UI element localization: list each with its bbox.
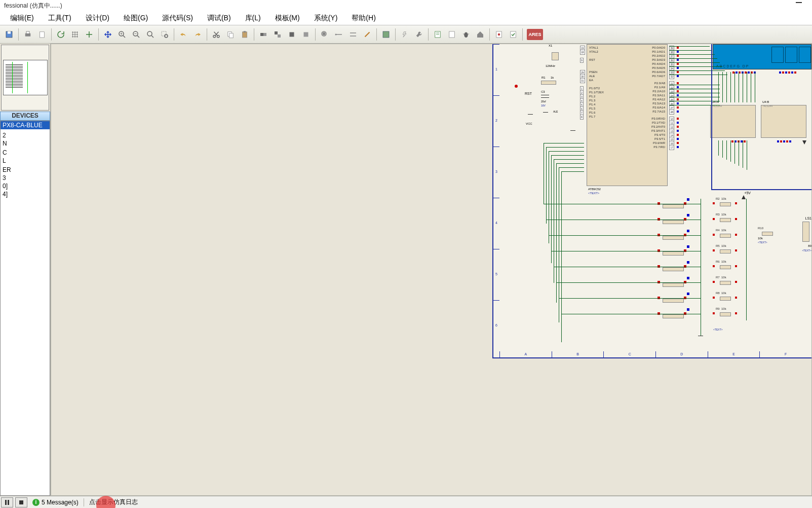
svg-rect-41	[383, 31, 389, 38]
sim-pause-button[interactable]	[1, 497, 13, 507]
print-icon[interactable]	[21, 28, 34, 41]
pad-strip	[777, 140, 791, 142]
menu-source[interactable]: 源代码(S)	[155, 12, 200, 25]
svg-rect-51	[511, 31, 516, 38]
component-ls1[interactable]: LS1	[805, 216, 811, 220]
origin-icon[interactable]	[83, 28, 96, 41]
save-icon[interactable]	[3, 28, 16, 41]
component-crystal[interactable]: X1 12MHz	[549, 48, 561, 63]
refresh-icon[interactable]	[54, 28, 67, 41]
undo-icon[interactable]	[177, 28, 190, 41]
report-icon[interactable]	[492, 28, 506, 41]
device-item[interactable]: ER	[1, 166, 50, 174]
devices-header: DEVICES	[0, 112, 50, 121]
ares-button[interactable]: ARES	[527, 29, 543, 40]
component-switch	[663, 311, 693, 320]
menu-edit[interactable]: 编辑(E)	[3, 12, 41, 25]
menu-draw[interactable]: 绘图(G)	[117, 12, 155, 25]
device-item-selected[interactable]: PX8-CA-BLUE	[1, 121, 50, 129]
device-item[interactable]: 3	[1, 174, 50, 182]
bug-icon[interactable]	[459, 28, 473, 41]
block-delete-icon[interactable]	[299, 28, 313, 41]
block-move-icon[interactable]	[271, 28, 284, 41]
component-resistor: R4 10k	[716, 233, 734, 238]
component-switch	[663, 248, 693, 258]
component-buffer-b[interactable]: U4:B 74LS244	[761, 105, 806, 138]
zoom-out-icon[interactable]	[130, 28, 143, 41]
clipboard-icon[interactable]	[35, 28, 49, 41]
zoom-fit-icon[interactable]	[144, 28, 157, 41]
message-count[interactable]: 5 Message(s)	[42, 499, 79, 506]
grid-icon[interactable]	[68, 28, 82, 41]
menu-library[interactable]: 库(L)	[238, 12, 268, 25]
component-buffer-a[interactable]: U4:A 74LS244	[710, 105, 756, 138]
pan-icon[interactable]	[101, 28, 114, 41]
svg-rect-53	[8, 500, 9, 505]
svg-rect-29	[229, 33, 234, 38]
device-item[interactable]: N	[1, 139, 50, 148]
component-r10[interactable]: R10 10k <TEXT>	[758, 231, 776, 236]
svg-rect-31	[244, 31, 246, 32]
cut-icon[interactable]	[210, 28, 223, 41]
pad-strip	[732, 71, 756, 74]
menu-design[interactable]: 设计(D)	[79, 12, 117, 25]
component-switch	[663, 233, 693, 242]
svg-rect-39	[323, 32, 326, 35]
wire-icon[interactable]	[332, 28, 345, 41]
device-item[interactable]: 4]	[1, 190, 50, 198]
left-panel: DEVICES PX8-CA-BLUE 2 N C L ER 3 0] 4]	[0, 44, 51, 496]
home-icon[interactable]	[474, 28, 487, 41]
schematic-canvas[interactable]: 1 2 3 4 5 6 A B C D E F AT89C52 <TEXT>	[51, 44, 812, 496]
main-toolbar: ARES	[0, 25, 812, 44]
speaker-icon[interactable]	[802, 222, 809, 242]
menu-debug[interactable]: 调试(B)	[200, 12, 238, 25]
overview-thumbnail[interactable]	[1, 45, 49, 111]
copy-icon[interactable]	[224, 28, 237, 41]
title-bar: fessional (仿真中......)	[0, 0, 812, 11]
component-mcu[interactable]: AT89C52 <TEXT> XTAL119XTAL218RST9PSEN29A…	[587, 44, 668, 186]
devices-list[interactable]: PX8-CA-BLUE 2 N C L ER 3 0] 4]	[0, 121, 50, 496]
schematic-content[interactable]: AT89C52 <TEXT> XTAL119XTAL218RST9PSEN29A…	[500, 44, 811, 350]
mcu-ref: AT89C52	[588, 188, 601, 191]
svg-point-20	[147, 31, 152, 36]
find-component-icon[interactable]	[318, 28, 331, 41]
menu-help[interactable]: 帮助(H)	[344, 12, 382, 25]
device-item[interactable]: 2	[1, 131, 50, 139]
probe-icon[interactable]	[361, 28, 374, 41]
minimize-button[interactable]	[796, 2, 802, 3]
component-reset[interactable]: R11k RST C3 20uf 16V VCC	[521, 81, 561, 121]
zoom-in-icon[interactable]	[115, 28, 129, 41]
gnd-icon	[570, 130, 575, 134]
paste-icon[interactable]	[238, 28, 251, 41]
component-switch	[663, 217, 693, 226]
component-led-display[interactable]: ABCDEFG DP	[713, 44, 811, 69]
menu-template[interactable]: 模板(M)	[268, 12, 307, 25]
svg-point-50	[498, 33, 500, 35]
net-icon[interactable]	[346, 28, 360, 41]
gnd-icon	[698, 336, 703, 340]
schematic-capture-icon[interactable]	[379, 28, 393, 41]
menu-system[interactable]: 系统(Y)	[307, 12, 345, 25]
search-icon[interactable]	[398, 28, 411, 41]
block-copy-icon[interactable]	[257, 28, 270, 41]
device-item[interactable]: L	[1, 157, 50, 165]
device-item[interactable]: C	[1, 149, 50, 157]
redo-icon[interactable]	[191, 28, 204, 41]
ale-label: ALE	[553, 110, 558, 113]
component-switch	[663, 201, 693, 210]
svg-rect-54	[19, 500, 23, 504]
menu-tools[interactable]: 工具(T)	[41, 12, 79, 25]
svg-point-46	[464, 32, 468, 38]
component-switch	[663, 264, 693, 273]
bom-icon[interactable]	[431, 28, 444, 41]
component-resistor: R2 10k	[716, 201, 734, 206]
block-rotate-icon[interactable]	[285, 28, 298, 41]
wrench-icon[interactable]	[412, 28, 426, 41]
schematic-sheet[interactable]: 1 2 3 4 5 6 A B C D E F AT89C52 <TEXT>	[492, 44, 811, 358]
zoom-area-icon[interactable]	[158, 28, 171, 41]
device-item[interactable]: 0]	[1, 182, 50, 190]
svg-line-18	[137, 35, 139, 38]
check-icon[interactable]	[507, 28, 520, 41]
sim-stop-button[interactable]	[15, 497, 27, 507]
new-sheet-icon[interactable]	[445, 28, 458, 41]
